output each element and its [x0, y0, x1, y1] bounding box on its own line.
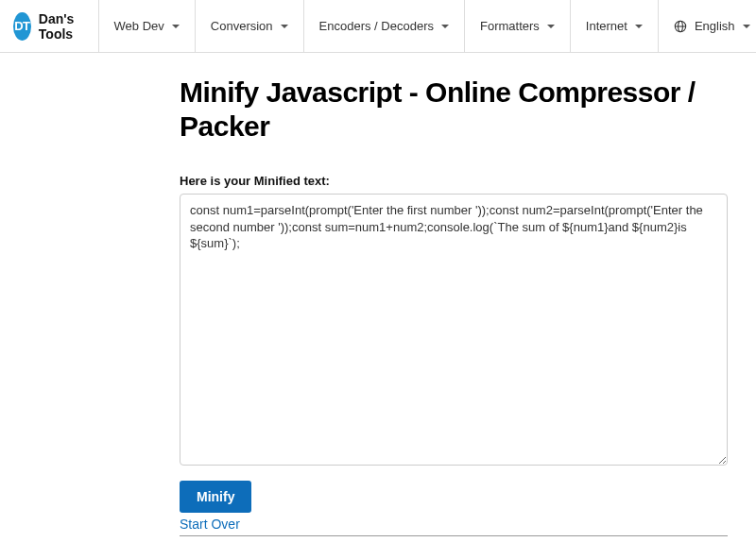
- chevron-down-icon: [743, 25, 750, 28]
- nav-item-conversion[interactable]: Conversion: [195, 0, 303, 52]
- start-over-link[interactable]: Start Over: [180, 517, 728, 532]
- nav-item-internet[interactable]: Internet: [570, 0, 658, 52]
- brand-name: Dan's Tools: [39, 11, 85, 42]
- chevron-down-icon: [441, 25, 449, 28]
- nav-label: Formatters: [480, 19, 540, 33]
- nav-label: Conversion: [211, 19, 273, 33]
- chevron-down-icon: [281, 25, 288, 28]
- nav-label: Internet: [586, 19, 627, 33]
- brand-logo: DT: [13, 12, 31, 41]
- chevron-down-icon: [547, 25, 555, 28]
- nav-item-language[interactable]: English: [658, 0, 756, 52]
- nav-label: Web Dev: [114, 19, 164, 33]
- chevron-down-icon: [172, 25, 180, 28]
- nav-label: English: [695, 19, 735, 33]
- chevron-down-icon: [635, 25, 643, 28]
- main-content: Minify Javascript - Online Compressor / …: [0, 53, 756, 536]
- output-label: Here is your Minified text:: [180, 174, 728, 188]
- nav-item-webdev[interactable]: Web Dev: [98, 0, 195, 52]
- globe-icon: [674, 20, 687, 33]
- brand[interactable]: DT Dan's Tools: [0, 11, 98, 42]
- page-title: Minify Javascript - Online Compressor / …: [180, 76, 728, 144]
- minified-output[interactable]: [180, 194, 728, 466]
- actions: Minify Start Over: [180, 481, 728, 536]
- nav-item-formatters[interactable]: Formatters: [464, 0, 570, 52]
- brand-logo-text: DT: [14, 19, 29, 33]
- nav-label: Encoders / Decoders: [319, 19, 434, 33]
- navbar: DT Dan's Tools Web Dev Conversion Encode…: [0, 0, 756, 53]
- nav-item-encoders[interactable]: Encoders / Decoders: [303, 0, 464, 52]
- minify-button[interactable]: Minify: [180, 481, 251, 513]
- nav-items: Web Dev Conversion Encoders / Decoders F…: [98, 0, 756, 52]
- divider: [180, 535, 728, 536]
